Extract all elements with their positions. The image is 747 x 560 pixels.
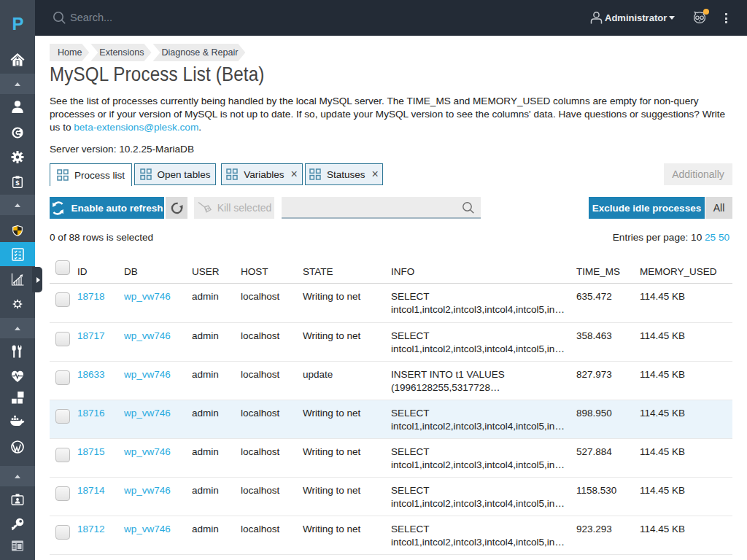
svg-text:$: $	[15, 179, 20, 187]
